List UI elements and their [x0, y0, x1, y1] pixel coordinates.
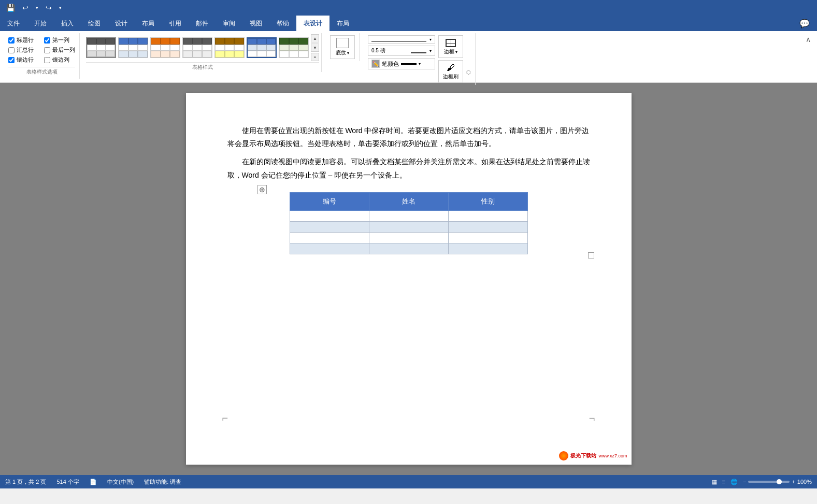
table-cell[interactable]: [369, 232, 448, 243]
tab-references[interactable]: 引用: [162, 16, 189, 31]
language[interactable]: 中文(中国): [107, 478, 134, 486]
ribbon-content: 标题行 第一列 汇总行 最后一列 镶边行 镶边列 表格样式选项: [0, 31, 817, 83]
table-style-yellow[interactable]: [214, 37, 245, 58]
table-style-options-group: 标题行 第一列 汇总行 最后一列 镶边行 镶边列 表格样式选项: [4, 33, 80, 79]
table-cell[interactable]: [448, 243, 527, 254]
table-cell[interactable]: [448, 232, 527, 243]
pen-color-label: 笔颜色: [382, 60, 399, 68]
table-add-button[interactable]: ⊕: [257, 185, 267, 194]
border-controls: ▾ 0.5 磅 ▾ ✏️ 笔颜色 ▾: [368, 35, 435, 83]
zoom-out-btn[interactable]: −: [743, 479, 746, 485]
border-weight-chevron: ▾: [429, 49, 432, 53]
table-row: [290, 221, 527, 232]
watermark-url: www.xz7.com: [598, 453, 627, 458]
scroll-more-button[interactable]: ≡: [311, 53, 319, 61]
tab-draw[interactable]: 绘图: [81, 16, 108, 31]
watermark: 极光下载站 www.xz7.com: [559, 451, 627, 460]
view-read-btn[interactable]: ≡: [722, 479, 725, 485]
zoom-slider[interactable]: [748, 481, 790, 483]
tab-home[interactable]: 开始: [27, 16, 54, 31]
checkbox-last-col[interactable]: [44, 47, 50, 53]
tab-view[interactable]: 视图: [242, 16, 269, 31]
tab-insert[interactable]: 插入: [54, 16, 81, 31]
label-header-row: 标题行: [17, 36, 34, 44]
pen-color-button[interactable]: ✏️ 笔颜色 ▾: [368, 58, 435, 69]
table-cell[interactable]: [369, 243, 448, 254]
word-count: 514 个字: [56, 478, 79, 486]
data-table: 编号 姓名 性别: [290, 192, 528, 254]
label-banded-cols: 镶边列: [52, 56, 69, 64]
checkbox-banded-rows[interactable]: [8, 57, 15, 63]
borders-button[interactable]: 边框 ▾: [438, 35, 463, 58]
checkbox-header-row[interactable]: [8, 37, 15, 44]
ribbon-collapse-button[interactable]: ∧: [804, 33, 813, 46]
scroll-down-button[interactable]: ▼: [311, 44, 319, 52]
shading-button[interactable]: 底纹▾: [330, 35, 355, 59]
watermark-logo: [559, 451, 568, 460]
status-right: ▦ ≡ 🌐 − + 100%: [712, 479, 812, 485]
table-style-orange[interactable]: [150, 37, 180, 58]
view-web-btn[interactable]: 🌐: [730, 479, 738, 485]
checkbox-total-row[interactable]: [8, 47, 15, 53]
comment-button[interactable]: 💬: [792, 16, 817, 31]
table-style-plain[interactable]: [86, 37, 116, 58]
border-style-chevron: ▾: [429, 37, 432, 42]
checkbox-banded-cols[interactable]: [44, 57, 50, 63]
quick-access-toolbar: 💾 ↩ ▾ ↪ ▾: [0, 0, 817, 16]
tab-file[interactable]: 文件: [0, 16, 27, 31]
border-section: ▾ 0.5 磅 ▾ ✏️ 笔颜色 ▾: [364, 33, 476, 85]
accessibility-icon[interactable]: 📄: [90, 479, 97, 485]
border-dialog-launcher[interactable]: ⬡: [466, 68, 471, 76]
accessibility[interactable]: 辅助功能: 调查: [144, 478, 181, 486]
tab-review[interactable]: 审阅: [216, 16, 242, 31]
view-print-btn[interactable]: ▦: [712, 479, 717, 485]
border-weight-dropdown[interactable]: 0.5 磅 ▾: [368, 46, 435, 56]
border-style-dropdown[interactable]: ▾: [368, 35, 435, 44]
table-cell[interactable]: [448, 221, 527, 232]
table-cell[interactable]: [369, 221, 448, 232]
undo-button[interactable]: ↩: [20, 3, 31, 13]
tab-table-layout[interactable]: 布局: [329, 16, 356, 31]
undo-dropdown[interactable]: ▾: [34, 4, 40, 11]
table-style-blue[interactable]: [118, 37, 148, 58]
zoom-in-btn[interactable]: +: [792, 479, 795, 485]
table-wrapper: ⊕ 编号 姓名 性别: [227, 192, 590, 254]
border-buttons: 边框 ▾ 🖌 边框刷: [438, 35, 463, 83]
table-cell[interactable]: [369, 210, 448, 221]
table-resize-handle[interactable]: [588, 252, 594, 258]
scroll-up-button[interactable]: ▲: [311, 34, 319, 42]
tab-table-design[interactable]: 表设计: [296, 16, 329, 31]
table-style-gray[interactable]: [182, 37, 212, 58]
corner-mark-bottom-right: ¬: [589, 413, 595, 423]
checkbox-first-col[interactable]: [44, 37, 50, 44]
table-row: [290, 243, 527, 254]
table-header-id: 编号: [290, 192, 369, 210]
table-header-name: 姓名: [369, 192, 448, 210]
zoom-bar: − + 100%: [743, 479, 812, 485]
border-weight-value: 0.5 磅: [371, 47, 408, 54]
table-style-blue-active[interactable]: [247, 37, 277, 58]
tab-layout[interactable]: 布局: [135, 16, 162, 31]
table-style-green[interactable]: [279, 37, 309, 58]
status-bar: 第 1 页，共 2 页 514 个字 📄 中文(中国) 辅助功能: 调查 ▦ ≡…: [0, 475, 817, 488]
table-cell[interactable]: [290, 232, 369, 243]
label-last-col: 最后一列: [52, 46, 75, 54]
paragraph-1: 使用在需要位置出现的新按钮在 Word 中保存时间。若要更改图片适应文档的方式，…: [227, 124, 590, 150]
table-style-options-label: 表格样式选项: [8, 67, 75, 76]
redo-dropdown[interactable]: ▾: [57, 4, 64, 11]
label-total-row: 汇总行: [17, 46, 34, 54]
table-cell[interactable]: [290, 210, 369, 221]
zoom-thumb: [777, 479, 782, 484]
ribbon-tabs: 文件 开始 插入 绘图 设计 布局 引用 邮件 审阅 视图 帮助 表设计 布局 …: [0, 16, 817, 31]
tab-mailings[interactable]: 邮件: [189, 16, 216, 31]
border-brush-button[interactable]: 🖌 边框刷: [438, 60, 463, 83]
save-button[interactable]: 💾: [4, 3, 17, 13]
tab-help[interactable]: 帮助: [269, 16, 296, 31]
table-row: [290, 232, 527, 243]
table-cell[interactable]: [290, 243, 369, 254]
redo-button[interactable]: ↪: [44, 3, 54, 13]
table-cell[interactable]: [290, 221, 369, 232]
table-header-gender: 性别: [448, 192, 527, 210]
table-cell[interactable]: [448, 210, 527, 221]
tab-design[interactable]: 设计: [108, 16, 135, 31]
